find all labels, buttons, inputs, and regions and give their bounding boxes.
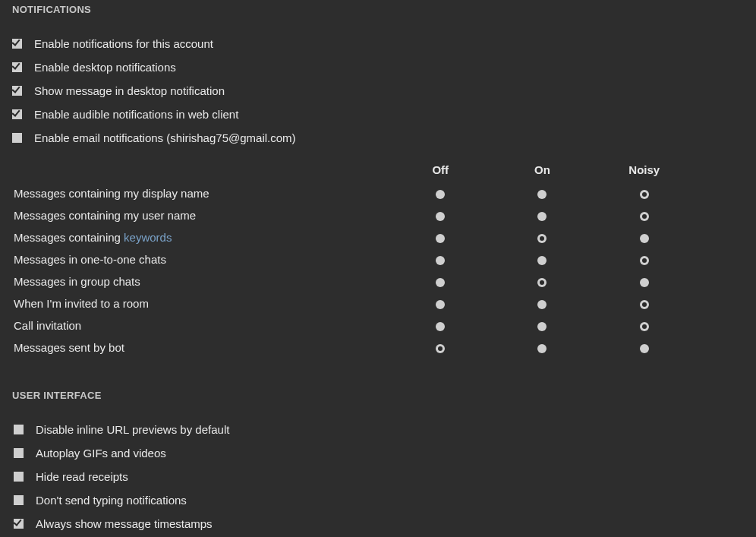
rule-row: Messages containing keywords	[12, 226, 695, 248]
notifications-checkbox-list: Enable notifications for this accountEna…	[12, 33, 744, 148]
rule-radio-on[interactable]	[537, 234, 547, 243]
ui-checkbox-list: Disable inline URL previews by defaultAu…	[14, 419, 744, 537]
notif-row: Show message in desktop notification	[12, 81, 744, 101]
rule-radio-noisy[interactable]	[640, 234, 649, 243]
rule-label: Messages sent by bot	[12, 336, 389, 359]
ui-label[interactable]: Hide read receipts	[36, 469, 128, 485]
col-off: Off	[389, 162, 491, 182]
ui-row: Don't send typing notifications	[14, 490, 744, 510]
ui-checkbox[interactable]	[14, 472, 24, 482]
rule-label: Messages containing my display name	[12, 182, 389, 204]
ui-label[interactable]: Always show message timestamps	[36, 516, 213, 532]
notif-checkbox[interactable]	[12, 39, 22, 49]
rule-radio-noisy[interactable]	[640, 300, 649, 309]
notif-checkbox[interactable]	[12, 86, 22, 96]
notif-label[interactable]: Show message in desktop notification	[34, 83, 225, 99]
rule-radio-on[interactable]	[537, 344, 547, 353]
ui-checkbox[interactable]	[14, 495, 24, 505]
rule-radio-on[interactable]	[537, 190, 547, 199]
rule-radio-on[interactable]	[537, 300, 547, 309]
notif-checkbox[interactable]	[12, 109, 22, 119]
rule-radio-off[interactable]	[436, 256, 445, 265]
rule-radio-noisy[interactable]	[640, 322, 649, 331]
rule-radio-noisy[interactable]	[640, 256, 649, 265]
rule-radio-on[interactable]	[537, 278, 547, 287]
rule-radio-noisy[interactable]	[640, 344, 649, 353]
rule-row: Messages in group chats	[12, 270, 695, 292]
rule-radio-on[interactable]	[537, 212, 547, 221]
notif-row: Enable notifications for this account	[12, 33, 744, 54]
notif-row: Enable desktop notifications	[12, 57, 744, 77]
rule-row: Messages containing my display name	[12, 182, 695, 204]
rule-radio-noisy[interactable]	[640, 212, 649, 221]
notif-label[interactable]: Enable audible notifications in web clie…	[34, 106, 238, 122]
rule-radio-off[interactable]	[436, 212, 445, 221]
rule-row: Messages in one-to-one chats	[12, 248, 695, 270]
rule-row: Messages containing my user name	[12, 204, 695, 226]
notif-label[interactable]: Enable email notifications (shirishag75@…	[34, 130, 296, 146]
ui-checkbox[interactable]	[14, 448, 24, 458]
rule-row: Messages sent by bot	[12, 336, 695, 359]
ui-checkbox[interactable]	[14, 519, 24, 529]
ui-row: Hide read receipts	[14, 466, 744, 487]
notifications-heading: Notifications	[12, 3, 744, 17]
rule-row: When I'm invited to a room	[12, 292, 695, 314]
ui-row: Autoplay GIFs and videos	[14, 443, 744, 463]
ui-checkbox[interactable]	[14, 425, 24, 434]
ui-row: Always show message timestamps	[14, 513, 744, 534]
notification-rules-table: Off On Noisy Messages containing my disp…	[12, 162, 695, 359]
rule-row: Call invitation	[12, 314, 695, 336]
notif-row: Enable email notifications (shirishag75@…	[12, 128, 744, 148]
ui-label[interactable]: Don't send typing notifications	[36, 492, 187, 508]
rule-radio-off[interactable]	[436, 234, 445, 243]
notif-row: Enable audible notifications in web clie…	[12, 104, 744, 125]
notif-label[interactable]: Enable desktop notifications	[34, 59, 176, 75]
rule-label: When I'm invited to a room	[12, 292, 389, 314]
ui-row: Disable inline URL previews by default	[14, 419, 744, 440]
col-noisy: Noisy	[594, 162, 695, 182]
rule-label: Messages in group chats	[12, 270, 389, 292]
rule-label: Messages in one-to-one chats	[12, 248, 389, 270]
notif-label[interactable]: Enable notifications for this account	[34, 36, 213, 52]
rule-radio-off[interactable]	[436, 278, 445, 287]
rule-radio-off[interactable]	[436, 190, 445, 199]
ui-label[interactable]: Disable inline URL previews by default	[36, 422, 229, 437]
rule-label: Messages containing my user name	[12, 204, 389, 226]
col-on: On	[491, 162, 593, 182]
keywords-link[interactable]: keywords	[124, 231, 172, 244]
rule-radio-off[interactable]	[436, 344, 445, 353]
user-interface-heading: User Interface	[12, 389, 744, 403]
notif-checkbox[interactable]	[12, 62, 22, 72]
notif-checkbox[interactable]	[12, 133, 22, 143]
rule-radio-noisy[interactable]	[640, 190, 649, 199]
ui-label[interactable]: Autoplay GIFs and videos	[36, 445, 166, 461]
rule-label: Messages containing keywords	[12, 226, 389, 248]
rule-label: Call invitation	[12, 314, 389, 336]
rule-radio-on[interactable]	[537, 256, 547, 265]
rule-radio-noisy[interactable]	[640, 278, 649, 287]
rule-radio-on[interactable]	[537, 322, 547, 331]
rule-radio-off[interactable]	[436, 300, 445, 309]
rule-radio-off[interactable]	[436, 322, 445, 331]
